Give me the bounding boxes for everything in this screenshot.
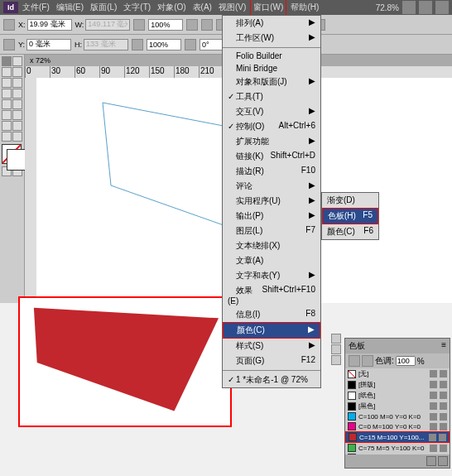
- svg-marker-1: [34, 308, 219, 411]
- swatch-row[interactable]: C=0 M=100 Y=0 K=0: [345, 421, 450, 431]
- link-icon-2[interactable]: [132, 39, 143, 50]
- dock-icon-2[interactable]: [331, 344, 341, 354]
- menu-table[interactable]: 表(A): [190, 0, 214, 15]
- submenu-item[interactable]: 渐变(D): [322, 193, 378, 208]
- rotate-icon[interactable]: [201, 19, 213, 31]
- menu-edit[interactable]: 编辑(E): [54, 0, 86, 15]
- fill-stroke-swatch[interactable]: [2, 144, 22, 164]
- arrange-icon[interactable]: [419, 1, 432, 14]
- scale-y-input[interactable]: [147, 39, 181, 50]
- w-input[interactable]: [85, 19, 130, 31]
- menu-item[interactable]: 样式(S)▶: [223, 339, 320, 353]
- swatch-row[interactable]: [无]: [345, 368, 450, 379]
- search-icon[interactable]: [435, 1, 449, 14]
- pencil-tool[interactable]: [12, 89, 22, 99]
- swatch-row[interactable]: [拼版]: [345, 379, 450, 390]
- menu-item[interactable]: ✓1 *未命名-1 @ 72%: [223, 373, 320, 387]
- ruler-vertical: [25, 78, 36, 303]
- menu-item[interactable]: 颜色(C)▶: [223, 322, 320, 339]
- menu-item[interactable]: 效果(E)Shift+Ctrl+F10: [223, 283, 320, 307]
- type-tool[interactable]: [2, 78, 12, 88]
- menu-view[interactable]: 视图(V): [216, 0, 248, 15]
- menu-item[interactable]: 图层(L)F7: [223, 224, 320, 238]
- menu-help[interactable]: 帮助(H): [288, 0, 321, 15]
- link-wh-icon[interactable]: [133, 19, 145, 31]
- zoom-value[interactable]: 72.8%: [376, 3, 399, 12]
- h-input[interactable]: [84, 39, 128, 50]
- swatch-row[interactable]: C=100 M=0 Y=0 K=0: [345, 411, 450, 421]
- menu-item[interactable]: 页面(G)F12: [223, 353, 320, 368]
- line-tool[interactable]: [12, 78, 22, 88]
- menu-item[interactable]: 扩展功能▶: [223, 134, 320, 149]
- rectangle-tool[interactable]: [12, 99, 22, 109]
- screen-mode-icon[interactable]: [402, 1, 416, 14]
- swatches-title: 色板: [349, 340, 365, 352]
- x-input[interactable]: [27, 19, 72, 31]
- new-swatch-icon[interactable]: [426, 456, 436, 466]
- window-menu-dropdown: 排列(A)▶工作区(W)▶Folio BuilderMini Bridge对象和…: [222, 15, 321, 388]
- dock-icon-1[interactable]: [331, 334, 341, 344]
- pen-tool[interactable]: [2, 89, 12, 99]
- menu-item[interactable]: 描边(R)F10: [223, 164, 320, 179]
- menu-item[interactable]: 信息(I)F8: [223, 307, 320, 322]
- hand-tool[interactable]: [2, 132, 12, 142]
- direct-selection-tool[interactable]: [12, 56, 22, 66]
- stroke-proxy-icon[interactable]: [362, 355, 373, 367]
- menu-item[interactable]: Mini Bridge: [223, 62, 320, 75]
- tint-pct: %: [417, 357, 425, 366]
- eyedropper-tool[interactable]: [12, 121, 22, 131]
- menu-item[interactable]: 文本绕排(X): [223, 238, 320, 253]
- fill-proxy-icon[interactable]: [349, 355, 360, 367]
- menu-type[interactable]: 文字(T): [121, 0, 153, 15]
- swatch-row[interactable]: [纸色]: [345, 390, 450, 401]
- toolbox: [0, 55, 25, 303]
- page-tool[interactable]: [2, 67, 12, 77]
- reference-point-icon[interactable]: [3, 19, 15, 31]
- submenu-item[interactable]: 颜色(C)F6: [322, 224, 378, 239]
- transform-tool[interactable]: [12, 110, 22, 120]
- menu-item[interactable]: 文章(A): [223, 253, 320, 268]
- swatches-footer: [345, 454, 450, 468]
- scale-x-field: [148, 19, 183, 31]
- swatch-row[interactable]: C=100 M=90 Y=10 K...: [345, 453, 450, 454]
- panel-dock-icons: [331, 334, 343, 365]
- rectangle-frame-tool[interactable]: [2, 99, 12, 109]
- menu-file[interactable]: 文件(F): [20, 0, 52, 15]
- swatches-controls: 色调: %: [345, 353, 450, 368]
- flip-v-icon[interactable]: [185, 39, 196, 50]
- zoom-tool[interactable]: [12, 132, 22, 142]
- scale-x-input[interactable]: [148, 19, 183, 31]
- menu-item[interactable]: 工作区(W)▶: [223, 31, 320, 46]
- submenu-item[interactable]: 色板(H)F5: [322, 208, 378, 224]
- panel-menu-icon[interactable]: ≡: [441, 340, 446, 352]
- menu-item[interactable]: 交互(V)▶: [223, 104, 320, 119]
- menu-item[interactable]: 实用程序(U)▶: [223, 194, 320, 209]
- menu-item[interactable]: 文字和表(Y)▶: [223, 268, 320, 283]
- gradient-tool[interactable]: [2, 121, 12, 131]
- menu-item[interactable]: 排列(A)▶: [223, 16, 320, 31]
- menu-item[interactable]: 输出(P)▶: [223, 209, 320, 224]
- menu-item[interactable]: 评论▶: [223, 179, 320, 194]
- swatches-header[interactable]: 色板 ≡: [345, 339, 450, 353]
- menu-item[interactable]: 对象和版面(J)▶: [223, 75, 320, 89]
- swatch-row[interactable]: C=15 M=100 Y=100...: [345, 431, 450, 443]
- menu-item[interactable]: ✓工具(T): [223, 89, 320, 104]
- y-input[interactable]: [26, 39, 71, 50]
- gap-tool[interactable]: [12, 67, 22, 77]
- menu-object[interactable]: 对象(O): [155, 0, 188, 15]
- selection-tool[interactable]: [2, 56, 12, 66]
- tint-label: 色调:: [375, 355, 394, 367]
- menu-layout[interactable]: 版面(L): [88, 0, 119, 15]
- swatch-row[interactable]: C=75 M=5 Y=100 K=0: [345, 443, 450, 453]
- menu-item[interactable]: 链接(K)Shift+Ctrl+D: [223, 149, 320, 164]
- ref-icon-2[interactable]: [3, 39, 15, 50]
- menu-item[interactable]: Folio Builder: [223, 50, 320, 62]
- flip-h-icon[interactable]: [186, 19, 198, 31]
- tint-input[interactable]: [396, 356, 416, 366]
- scissors-tool[interactable]: [2, 110, 12, 120]
- swatch-row[interactable]: [黑色]: [345, 401, 450, 411]
- delete-swatch-icon[interactable]: [438, 456, 448, 466]
- dock-icon-3[interactable]: [331, 355, 341, 365]
- menu-item[interactable]: ✓控制(O)Alt+Ctrl+6: [223, 119, 320, 134]
- menu-window[interactable]: 窗口(W): [250, 0, 286, 16]
